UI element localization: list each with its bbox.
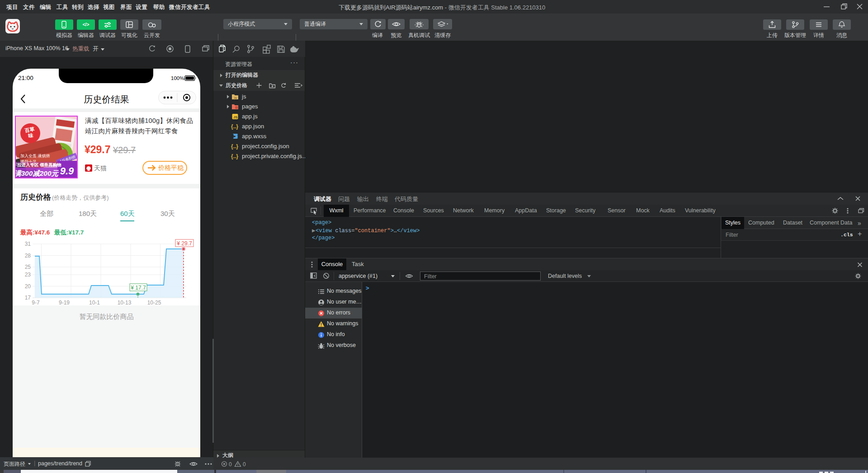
svg-text:JS: JS <box>233 115 237 119</box>
svg-text:加入全蛋 液烘焙: 加入全蛋 液烘焙 <box>20 154 50 158</box>
svg-text:满300减200元: 满300减200元 <box>16 169 59 177</box>
svg-text:0: 0 <box>243 461 246 468</box>
svg-text:31: 31 <box>25 241 31 247</box>
svg-text:9-7: 9-7 <box>32 300 40 306</box>
svg-text:28: 28 <box>25 253 31 259</box>
svg-text:10-13: 10-13 <box>118 300 132 306</box>
svg-text:9-19: 9-19 <box>59 300 70 306</box>
svg-text:¥ 17.7: ¥ 17.7 <box>130 285 146 291</box>
svg-text:10-1: 10-1 <box>89 300 100 306</box>
svg-text:下拉进入专区 领券再购物: 下拉进入专区 领券再购物 <box>16 162 61 167</box>
svg-text:味: 味 <box>28 132 33 139</box>
svg-text:js: js <box>234 96 237 100</box>
svg-text:10-25: 10-25 <box>147 300 161 306</box>
svg-text:20: 20 <box>25 283 31 290</box>
svg-text:23: 23 <box>25 272 31 278</box>
svg-text:17: 17 <box>25 295 31 301</box>
svg-text:25: 25 <box>25 264 31 270</box>
svg-text:¥ 29.7: ¥ 29.7 <box>176 240 192 247</box>
svg-text:9.9: 9.9 <box>60 165 74 177</box>
svg-text:0: 0 <box>229 461 232 468</box>
